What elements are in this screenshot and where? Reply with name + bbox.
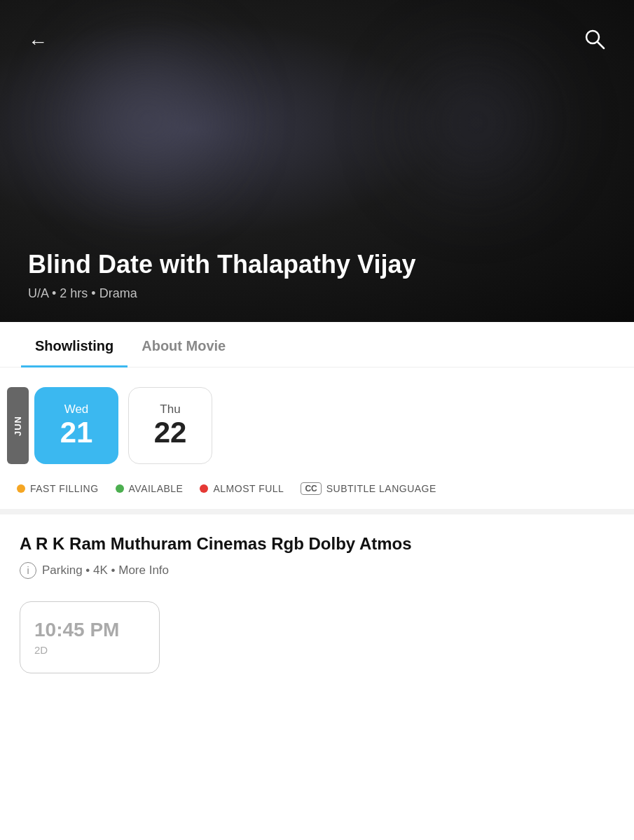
legend-label-fast: FAST FILLING xyxy=(30,483,99,494)
divider-1 xyxy=(0,509,634,514)
hero-section: ← Blind Date with Thalapathy Vijay U/A •… xyxy=(0,0,634,322)
movie-title: Blind Date with Thalapathy Vijay xyxy=(28,249,415,279)
date-card-wed21[interactable]: Wed 21 xyxy=(34,387,118,464)
showtime-section: 10:45 PM 2D xyxy=(0,586,634,701)
showtime-time: 10:45 PM xyxy=(34,619,119,641)
date-card-thu22[interactable]: Thu 22 xyxy=(128,387,212,464)
hero-top-bar: ← xyxy=(0,0,634,55)
month-label: JUN xyxy=(7,387,29,464)
hero-blur-2 xyxy=(389,35,564,210)
cinema-info: i Parking • 4K • More Info xyxy=(20,562,614,579)
hero-content: Blind Date with Thalapathy Vijay U/A • 2… xyxy=(28,249,415,301)
legend-fast-filling: FAST FILLING xyxy=(17,483,99,494)
tab-about-movie[interactable]: About Movie xyxy=(128,323,240,368)
legend-available: AVAILABLE xyxy=(116,483,184,494)
movie-subtitle: U/A • 2 hrs • Drama xyxy=(28,286,415,301)
cinema-details: Parking • 4K • More Info xyxy=(42,564,169,578)
date-num-21: 21 xyxy=(60,416,93,449)
showtime-format: 2D xyxy=(34,644,48,656)
legend-subtitle: CC SUBTITLE LANGUAGE xyxy=(301,482,436,495)
date-num-22: 22 xyxy=(154,416,187,449)
date-picker: JUN Wed 21 Thu 22 xyxy=(0,368,634,475)
tab-showlisting[interactable]: Showlisting xyxy=(21,323,128,368)
search-button[interactable] xyxy=(584,28,606,55)
legend-almost-full: ALMOST FULL xyxy=(200,483,284,494)
cinema-name: A R K Ram Muthuram Cinemas Rgb Dolby Atm… xyxy=(20,534,614,554)
back-button[interactable]: ← xyxy=(28,32,48,52)
date-day-thu: Thu xyxy=(160,402,180,416)
cinema-section: A R K Ram Muthuram Cinemas Rgb Dolby Atm… xyxy=(0,514,634,586)
dot-green xyxy=(116,484,124,493)
svg-line-1 xyxy=(598,42,604,48)
legend-label-subtitle: SUBTITLE LANGUAGE xyxy=(326,483,436,494)
date-day-wed: Wed xyxy=(64,402,89,416)
showtime-card-1045pm[interactable]: 10:45 PM 2D xyxy=(20,601,160,673)
legend-section: FAST FILLING AVAILABLE ALMOST FULL CC SU… xyxy=(0,475,634,509)
info-icon[interactable]: i xyxy=(20,562,36,579)
dot-orange xyxy=(17,484,25,493)
tabs-bar: Showlisting About Movie xyxy=(0,322,634,368)
legend-label-almost-full: ALMOST FULL xyxy=(213,483,284,494)
date-cards: Wed 21 Thu 22 xyxy=(34,387,212,464)
legend-label-available: AVAILABLE xyxy=(129,483,184,494)
dot-red xyxy=(200,484,208,493)
cc-icon: CC xyxy=(301,482,321,495)
